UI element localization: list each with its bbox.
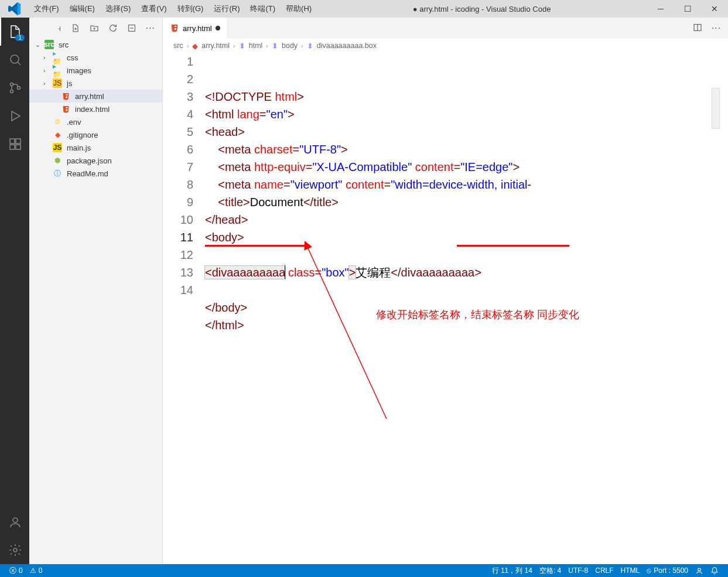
status-errors[interactable]: ⓧ0 [6, 566, 26, 576]
breadcrumb-item[interactable]: arry.html [201, 42, 230, 50]
explorer-badge: 1 [15, 35, 25, 41]
status-lang[interactable]: HTML [617, 566, 644, 575]
menu-run[interactable]: 运行(R) [209, 1, 244, 16]
activity-scm[interactable] [0, 74, 29, 102]
split-editor-icon[interactable] [693, 23, 702, 33]
tree-label: images [67, 66, 91, 75]
breadcrumb-item[interactable]: src [173, 42, 183, 50]
svg-point-2 [11, 90, 13, 93]
window-title: ● arry.html - icoding - Visual Studio Co… [316, 5, 647, 13]
tree-label: css [67, 53, 78, 62]
toggle-sidebar-icon[interactable]: ⫞ [57, 23, 61, 33]
tree-label: main.js [67, 144, 91, 152]
breadcrumb[interactable]: src › ◆arry.html › ⬍html › ⬍body › ⬍diva… [163, 39, 728, 53]
activity-debug[interactable] [0, 102, 29, 130]
menu-edit[interactable]: 编辑(E) [65, 1, 100, 16]
status-bell[interactable] [707, 566, 722, 575]
tree-label: src [59, 40, 69, 49]
more-icon[interactable]: ··· [146, 23, 155, 33]
refresh-icon[interactable] [108, 23, 118, 33]
explorer-header: ⫞ ··· [29, 18, 162, 38]
tree-item[interactable]: ◆.gitignore [29, 128, 162, 141]
annotation-label: 修改开始标签名称，结束标签名称 同步变化 [376, 306, 579, 323]
svg-point-1 [11, 83, 13, 86]
activity-bar: 1 [0, 18, 29, 564]
status-feedback[interactable] [692, 566, 707, 575]
status-port[interactable]: ⦸Port : 5500 [643, 566, 692, 575]
status-bar: ⓧ0 ⚠0 行 11，列 14 空格: 4 UTF-8 CRLF HTML ⦸P… [0, 564, 728, 577]
error-icon: ⓧ [9, 566, 16, 576]
menu-view[interactable]: 查看(V) [136, 1, 171, 16]
tree-item[interactable]: ›JSjs [29, 77, 162, 90]
html-icon [170, 23, 179, 33]
title-bar: 文件(F) 编辑(E) 选择(S) 查看(V) 转到(G) 运行(R) 终端(T… [0, 0, 728, 18]
tree-item[interactable]: ⌄srcsrc [29, 38, 162, 51]
warning-icon: ⚠ [30, 566, 36, 575]
tree-item[interactable]: ⬢package.json [29, 154, 162, 167]
status-warnings[interactable]: ⚠0 [26, 566, 46, 575]
vscode-logo-icon [0, 2, 29, 15]
new-folder-icon[interactable] [90, 23, 99, 33]
tree-label: .env [67, 118, 81, 127]
svg-point-13 [698, 568, 701, 571]
svg-point-3 [18, 87, 20, 90]
status-encoding[interactable]: UTF-8 [565, 566, 592, 575]
tree-label: index.html [75, 105, 110, 114]
tree-label: package.json [67, 156, 112, 165]
activity-extensions[interactable] [0, 130, 29, 158]
menu-go[interactable]: 转到(G) [173, 1, 209, 16]
tab-bar: arry.html ··· [163, 18, 728, 39]
activity-account[interactable] [0, 508, 29, 536]
tree-item[interactable]: ›▸📁css [29, 51, 162, 64]
svg-point-8 [13, 518, 18, 523]
block-icon: ⦸ [647, 566, 651, 575]
activity-search[interactable] [0, 46, 29, 74]
explorer-sidebar: ⫞ ··· ⌄srcsrc›▸📁css›▸📁images›JSjsarry.ht… [29, 18, 163, 564]
menu-help[interactable]: 帮助(H) [281, 1, 316, 16]
breadcrumb-item[interactable]: html [249, 42, 263, 50]
tree-item[interactable]: ⚙.env [29, 115, 162, 128]
breadcrumb-item[interactable]: divaaaaaaaaa.box [317, 42, 377, 50]
tree-label: js [67, 79, 72, 88]
minimap[interactable] [712, 88, 720, 129]
menu-terminal[interactable]: 终端(T) [245, 1, 280, 16]
tree-item[interactable]: arry.html [29, 90, 162, 103]
menu-file[interactable]: 文件(F) [29, 1, 64, 16]
tree-label: arry.html [75, 92, 104, 101]
svg-rect-5 [10, 145, 15, 149]
tree-item[interactable]: index.html [29, 103, 162, 115]
minimize-button[interactable]: ─ [647, 0, 674, 18]
svg-rect-4 [10, 139, 15, 144]
svg-rect-7 [16, 139, 20, 144]
status-ln-col[interactable]: 行 11，列 14 [488, 566, 536, 576]
close-button[interactable]: ✕ [701, 0, 728, 18]
menu-selection[interactable]: 选择(S) [101, 1, 135, 16]
tree-label: ReadMe.md [67, 169, 108, 178]
menu-bar: 文件(F) 编辑(E) 选择(S) 查看(V) 转到(G) 运行(R) 终端(T… [29, 1, 316, 16]
svg-point-0 [11, 55, 19, 63]
tree-label: .gitignore [67, 131, 98, 139]
editor-more-icon[interactable]: ··· [712, 23, 721, 33]
element-icon: ⬍ [239, 42, 245, 50]
status-eol[interactable]: CRLF [592, 566, 617, 575]
collapse-icon[interactable] [127, 23, 136, 33]
svg-rect-6 [16, 145, 20, 149]
maximize-button[interactable]: ☐ [674, 0, 701, 18]
dirty-dot-icon [216, 26, 220, 30]
activity-settings[interactable] [0, 536, 29, 564]
new-file-icon[interactable] [71, 23, 80, 33]
tree-item[interactable]: JSmain.js [29, 141, 162, 154]
activity-explorer[interactable]: 1 [0, 18, 29, 46]
tab-arry-html[interactable]: arry.html [163, 18, 228, 39]
tab-label: arry.html [183, 24, 212, 33]
code-editor[interactable]: 1234567891011121314 <!DOCTYPE html><html… [163, 53, 728, 564]
tree-item[interactable]: ⓘReadMe.md [29, 167, 162, 180]
element-icon: ⬍ [307, 42, 313, 50]
breadcrumb-item[interactable]: body [282, 42, 298, 50]
file-tree: ⌄srcsrc›▸📁css›▸📁images›JSjsarry.htmlinde… [29, 38, 162, 180]
tree-item[interactable]: ›▸📁images [29, 64, 162, 77]
element-icon: ⬍ [272, 42, 278, 50]
status-spaces[interactable]: 空格: 4 [536, 566, 565, 576]
html-icon: ◆ [192, 42, 198, 50]
editor-area: arry.html ··· src › ◆arry.html › ⬍html ›… [163, 18, 728, 564]
